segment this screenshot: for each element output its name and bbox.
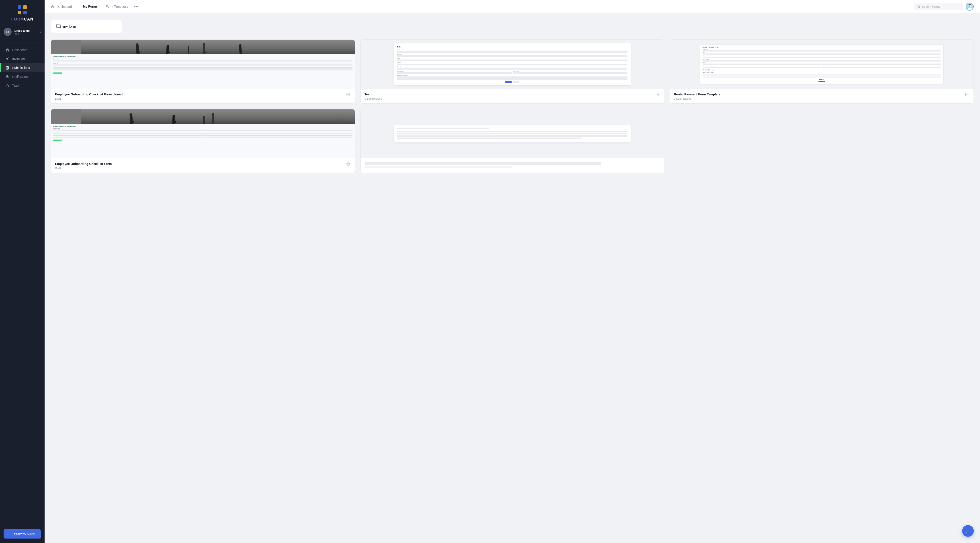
folder-icon — [56, 24, 61, 29]
top-navigation: Dashboard My Forms Form Templates ••• — [45, 0, 980, 13]
form-card-preview-4: Employee Onboarding Checklist Form Emplo… — [51, 109, 355, 158]
logo-text: FORMCAN — [11, 17, 33, 22]
sidebar-item-label-trash: Trash — [12, 84, 20, 88]
plus-icon: + — [10, 532, 12, 536]
photo-sim-2 — [51, 109, 355, 124]
form-card-info-5 — [361, 158, 664, 171]
form-card-info-3: Rental Payment Form Template 0 Submissio… — [670, 89, 974, 104]
sidebar-nav: Dashboard Invitations Submissions Notifi… — [0, 46, 45, 90]
form-card-text-2: Test 0 Submissions — [364, 92, 655, 100]
sidebar-item-trash[interactable]: Trash — [0, 81, 45, 90]
form-card-preview-1: Employee Onboarding Checklist Form Emplo… — [51, 40, 355, 89]
sidebar-item-label-notifications: Notifications — [12, 75, 29, 78]
logo-area: FORMCAN — [11, 5, 33, 22]
sidebar-item-label-dashboard: Dashboard — [12, 48, 28, 52]
bell-icon — [5, 75, 10, 79]
form-action-icon-1 — [346, 93, 350, 96]
sidebar-item-invitations[interactable]: Invitations — [0, 54, 45, 63]
onboarding-form-content-1: Employee Onboarding Checklist Form Emplo… — [51, 54, 355, 89]
ellipsis-icon: ••• — [134, 4, 138, 9]
svg-point-19 — [969, 5, 969, 6]
home-icon — [5, 48, 10, 52]
topnav-dashboard-link[interactable]: Dashboard — [51, 5, 72, 8]
team-row[interactable]: LT luna's team Free › — [0, 25, 45, 38]
search-input[interactable] — [922, 5, 960, 8]
form-card-preview-3: Rental Payment Form Tenant Name* Email* … — [670, 40, 974, 89]
svg-rect-0 — [18, 5, 21, 9]
topnav-dashboard-label: Dashboard — [57, 5, 72, 8]
clipboard-icon — [5, 65, 10, 70]
svg-point-14 — [918, 6, 920, 7]
svg-rect-1 — [23, 5, 27, 9]
user-avatar[interactable] — [966, 3, 974, 11]
svg-line-15 — [919, 7, 920, 8]
chat-button[interactable] — [962, 525, 974, 537]
start-build-button[interactable]: + Start to build — [3, 529, 41, 538]
form-card-test[interactable]: Title First Name* Last Name* Email* Phon… — [360, 40, 665, 104]
form-card-employee-onboarding[interactable]: Employee Onboarding Checklist Form Emplo… — [51, 40, 355, 104]
form-card-sub-3: 0 Submissions — [674, 97, 964, 100]
tab-my-forms-label: My Forms — [83, 5, 98, 8]
sidebar-bottom: + Start to build — [0, 529, 45, 538]
sidebar-item-label-submissions: Submissions — [12, 66, 30, 70]
svg-rect-21 — [968, 4, 971, 5]
folder-label: my form — [63, 24, 76, 29]
form-card-text-3: Rental Payment Form Template 0 Submissio… — [674, 92, 964, 100]
form-card-action-4[interactable] — [345, 162, 351, 167]
form-card-title-2: Test — [364, 92, 655, 96]
mini-form-5 — [394, 125, 631, 142]
content-area: my form — [45, 13, 980, 543]
form-card-info-2: Test 0 Submissions — [361, 89, 664, 104]
form-card-title-3: Rental Payment Form Template — [674, 92, 964, 96]
form-card-title-1: Employee Onboarding Checklist Form clone… — [55, 92, 345, 96]
sidebar-item-dashboard[interactable]: Dashboard — [0, 46, 45, 54]
svg-point-20 — [970, 5, 970, 6]
search-icon — [917, 5, 920, 8]
form-card-sub-2: 0 Submissions — [364, 97, 655, 100]
form-card-employee-onboarding-2[interactable]: Employee Onboarding Checklist Form Emplo… — [51, 109, 355, 173]
form-card-text-1: Employee Onboarding Checklist Form clone… — [55, 92, 345, 100]
form-card-action-1[interactable] — [345, 92, 351, 98]
sidebar-item-notifications[interactable]: Notifications — [0, 72, 45, 81]
onboarding-preview-1: Employee Onboarding Checklist Form Emplo… — [51, 40, 355, 89]
form-action-icon-4 — [346, 162, 350, 166]
svg-rect-2 — [18, 11, 21, 14]
svg-rect-5 — [7, 66, 8, 67]
logo-icon — [17, 5, 28, 15]
svg-rect-3 — [23, 11, 27, 14]
form-card-info-4: Employee Onboarding Checklist Form Draft — [51, 158, 355, 173]
team-name: luna's team — [14, 29, 40, 32]
send-icon — [5, 57, 10, 61]
logo-can: CAN — [24, 17, 33, 21]
form-card-preview-2: Title First Name* Last Name* Email* Phon… — [361, 40, 664, 89]
team-info: luna's team Free — [14, 29, 40, 35]
form-card-5[interactable] — [360, 109, 665, 173]
more-options-button[interactable]: ••• — [132, 2, 140, 11]
tab-my-forms[interactable]: My Forms — [79, 0, 102, 13]
trash-icon — [5, 83, 10, 88]
tab-form-templates[interactable]: Form Templates — [102, 0, 132, 13]
form-action-icon-2 — [655, 93, 659, 96]
search-box[interactable] — [914, 3, 963, 10]
rental-form-preview: Rental Payment Form Tenant Name* Email* … — [700, 45, 943, 84]
onboarding-preview-2: Employee Onboarding Checklist Form Emplo… — [51, 109, 355, 158]
form-card-rental[interactable]: Rental Payment Form Tenant Name* Email* … — [670, 40, 974, 104]
sidebar-item-submissions[interactable]: Submissions — [0, 63, 45, 72]
topnav-right — [914, 3, 974, 11]
main-area: Dashboard My Forms Form Templates ••• — [45, 0, 980, 543]
start-build-label: Start to build — [14, 532, 35, 536]
dashboard-home-icon — [51, 5, 54, 8]
mini-form-test: Title First Name* Last Name* Email* Phon… — [394, 43, 631, 85]
team-plan: Free — [14, 32, 40, 35]
photo-sim-1 — [51, 40, 355, 54]
sidebar: FORMCAN LT luna's team Free › Dashboard … — [0, 0, 45, 543]
form-card-info-1: Employee Onboarding Checklist Form clone… — [51, 89, 355, 104]
folder-card-my-form[interactable]: my form — [51, 20, 122, 33]
form-card-title-4: Employee Onboarding Checklist Form — [55, 162, 345, 166]
form-card-sub-5 — [364, 166, 512, 168]
form-card-sub-4: Draft — [55, 167, 345, 170]
form-card-action-3[interactable] — [964, 92, 969, 98]
svg-point-18 — [968, 7, 972, 10]
form-card-action-2[interactable] — [655, 92, 660, 98]
chevron-right-icon: › — [40, 30, 41, 33]
